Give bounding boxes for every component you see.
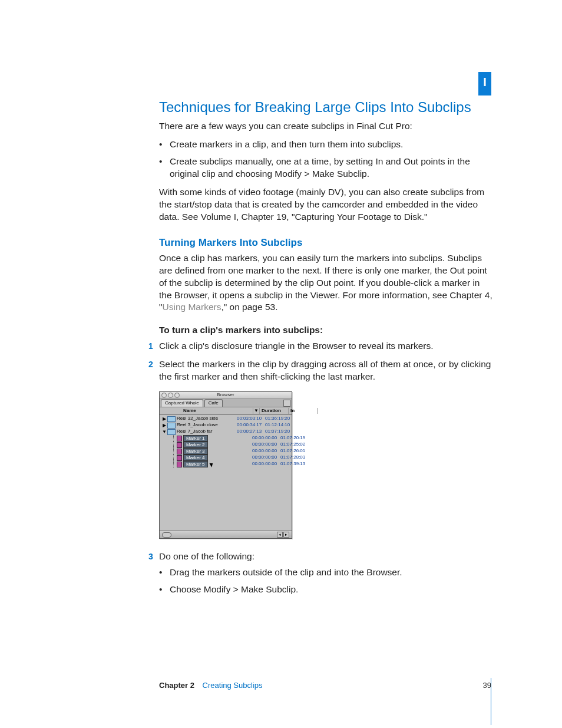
- step-3-sublist: Drag the markers outside of the clip and…: [159, 563, 495, 596]
- in-value: 01:07:39:13: [279, 461, 307, 467]
- col-in[interactable]: In: [289, 408, 318, 414]
- duration-value: 00:00:00:00: [250, 454, 279, 461]
- sort-indicator-icon[interactable]: ▼: [253, 408, 260, 414]
- browser-window: Browser Captured Whole Cafe Name ▼ Durat…: [159, 391, 292, 539]
- marker-name[interactable]: Marker 3: [183, 448, 208, 454]
- duration-value: 00:00:27:13: [235, 429, 263, 435]
- col-duration[interactable]: Duration: [260, 408, 289, 414]
- window-title: Browser: [160, 392, 292, 398]
- footer-chapter-title: Creating Subclips: [203, 681, 263, 690]
- browser-titlebar: Browser: [160, 392, 292, 399]
- steps-list-cont: Do one of the following: Drag the marker…: [148, 551, 495, 596]
- disclosure-triangle-icon[interactable]: ▶: [162, 423, 166, 427]
- clip-icon: [167, 423, 176, 429]
- clip-row[interactable]: ▶Reel 3_Jacob close00:00:34:1701:12:14:1…: [160, 422, 292, 429]
- clip-icon: [167, 416, 176, 422]
- duration-value: 00:00:00:00: [250, 448, 279, 454]
- col-name[interactable]: Name: [160, 408, 253, 414]
- in-value: 01:07:26:01: [279, 448, 307, 454]
- marker-name[interactable]: Marker 5: [183, 461, 208, 467]
- step-3-text: Do one of the following:: [159, 551, 254, 561]
- disclosure-triangle-icon[interactable]: ▼: [162, 430, 166, 434]
- heading-1: Techniques for Breaking Large Clips Into…: [159, 98, 495, 117]
- marker-icon: [177, 455, 182, 461]
- turn-paragraph: Once a clip has markers, you can easily …: [159, 252, 495, 314]
- marker-name[interactable]: Marker 4: [183, 454, 208, 461]
- in-value: 01:12:14:10: [263, 422, 292, 429]
- intro-bullets: Create markers in a clip, and then turn …: [159, 139, 495, 180]
- link-using-markers[interactable]: Using Markers: [163, 302, 222, 312]
- main-content: Techniques for Breaking Large Clips Into…: [159, 98, 495, 604]
- duration-value: 00:00:00:00: [250, 442, 279, 448]
- clip-tree: ▶Reel 32_Jacob side00:03:03:1001:36:19:2…: [160, 415, 292, 531]
- marker-row[interactable]: Marker 500:00:00:0001:07:39:13: [160, 461, 292, 467]
- marker-icon: [177, 436, 182, 442]
- marker-icon: [177, 462, 182, 467]
- clip-name: Reel 32_Jacob side: [177, 416, 218, 422]
- steps-list: Click a clip's disclosure triangle in th…: [148, 340, 495, 383]
- footer-chapter: Chapter 2: [159, 681, 194, 690]
- tab-captured-whole[interactable]: Captured Whole: [161, 399, 203, 407]
- marker-name[interactable]: Marker 1: [183, 435, 208, 442]
- page-number: 39: [483, 680, 491, 691]
- in-value: 01:07:20:19: [279, 435, 307, 442]
- clip-name: Reel 7_Jacob far: [177, 429, 212, 435]
- in-value: 01:07:25:02: [279, 442, 307, 448]
- step-3: Do one of the following: Drag the marker…: [148, 551, 495, 596]
- intro-text: There are a few ways you can create subc…: [159, 120, 495, 133]
- disclosure-triangle-icon[interactable]: ▶: [162, 417, 166, 421]
- column-headers: Name ▼ Duration In: [160, 407, 292, 415]
- clip-row[interactable]: ▼Reel 7_Jacob far00:00:27:1301:07:19:20: [160, 429, 292, 435]
- marker-row[interactable]: Marker 100:00:00:0001:07:20:19: [160, 435, 292, 442]
- scroll-left-icon[interactable]: ◂: [277, 532, 283, 538]
- marker-row[interactable]: Marker 300:00:00:0001:07:26:01: [160, 448, 292, 454]
- instruction-heading: To turn a clip's markers into subclips:: [159, 324, 495, 337]
- step-1: Click a clip's disclosure triangle in th…: [148, 340, 495, 353]
- duration-value: 00:00:00:00: [250, 435, 279, 442]
- heading-2: Turning Markers Into Subclips: [159, 236, 495, 250]
- cursor-icon: [209, 462, 214, 467]
- side-tab: I: [478, 72, 491, 95]
- in-value: 01:07:28:03: [279, 454, 307, 461]
- duration-value: 00:00:34:17: [235, 422, 263, 429]
- bullet-item: Create markers in a clip, and then turn …: [170, 139, 495, 151]
- page-footer: Chapter 2 Creating Subclips 39: [159, 680, 491, 691]
- thumbnail-toggle-icon[interactable]: [283, 400, 290, 407]
- browser-footer: ◂ ▸: [160, 531, 292, 538]
- duration-value: 00:00:00:00: [250, 461, 279, 467]
- scroll-knob[interactable]: [162, 532, 171, 538]
- dv-paragraph: With some kinds of video footage (mainly…: [159, 186, 495, 223]
- clip-row[interactable]: ▶Reel 32_Jacob side00:03:03:1001:36:19:2…: [160, 416, 292, 422]
- step-2: Select the markers in the clip by draggi…: [148, 358, 495, 383]
- sub-bullet: Choose Modify > Make Subclip.: [170, 584, 495, 596]
- marker-icon: [177, 449, 182, 454]
- in-value: 01:36:19:20: [263, 416, 292, 422]
- tab-cafe[interactable]: Cafe: [204, 399, 223, 407]
- marker-row[interactable]: Marker 400:00:00:0001:07:28:03: [160, 454, 292, 461]
- turn-text-b: ," on page 53.: [221, 302, 277, 312]
- clip-name: Reel 3_Jacob close: [177, 422, 218, 429]
- marker-name[interactable]: Marker 2: [183, 442, 208, 448]
- bullet-item: Create subclips manually, one at a time,…: [170, 156, 495, 180]
- in-value: 01:07:19:20: [263, 429, 292, 435]
- scroll-right-icon[interactable]: ▸: [283, 532, 289, 538]
- marker-row[interactable]: Marker 200:00:00:0001:07:25:02: [160, 442, 292, 448]
- clip-icon: [167, 429, 176, 435]
- marker-icon: [177, 442, 182, 448]
- duration-value: 00:03:03:10: [235, 416, 263, 422]
- browser-tabs: Captured Whole Cafe: [160, 399, 292, 407]
- sub-bullet: Drag the markers outside of the clip and…: [170, 566, 495, 579]
